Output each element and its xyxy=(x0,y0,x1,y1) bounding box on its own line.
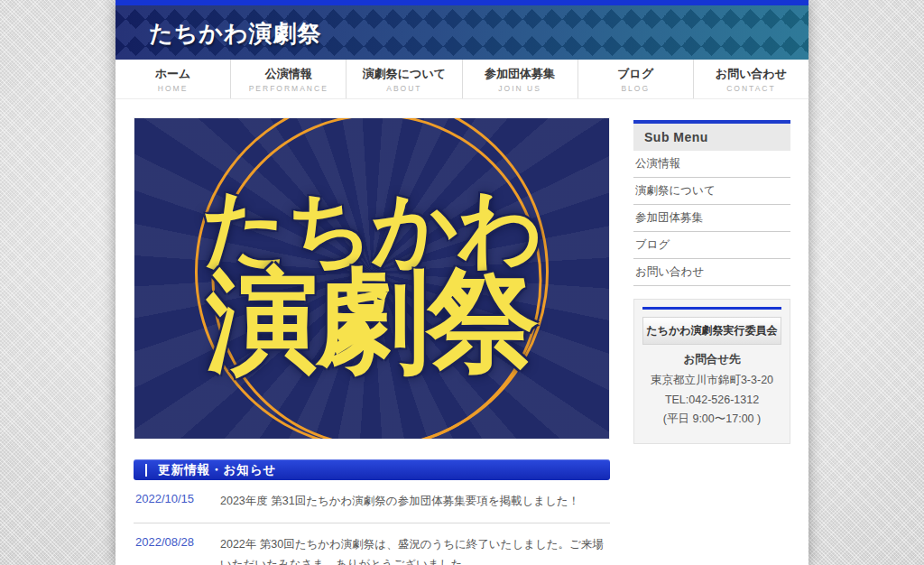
nav-label-en: HOME xyxy=(158,84,189,93)
news-section-title: 更新情報・お知らせ xyxy=(158,462,276,478)
nav-item-contact[interactable]: お問い合わせ CONTACT xyxy=(693,60,808,98)
contact-info-box: たちかわ演劇祭実行委員会 お問合せ先 東京都立川市錦町3-3-20 TEL:04… xyxy=(633,299,790,444)
nav-label-en: CONTACT xyxy=(726,84,775,93)
nav-label-en: JOIN US xyxy=(498,84,541,93)
main-nav: ホーム HOME 公演情報 PERFORMANCE 演劇祭について ABOUT … xyxy=(116,60,808,99)
submenu-item-about[interactable]: 演劇祭について xyxy=(633,178,790,205)
submenu-title: Sub Menu xyxy=(633,124,790,151)
news-date-link[interactable]: 2022/08/28 xyxy=(135,535,220,565)
nav-label-ja: 演劇祭について xyxy=(363,66,446,82)
news-item: 2022/08/28 2022年 第30回たちかわ演劇祭は、盛況のうちに終了いた… xyxy=(134,523,610,565)
nav-label-en: BLOG xyxy=(621,84,650,93)
nav-item-join-us[interactable]: 参加団体募集 JOIN US xyxy=(462,60,578,98)
nav-label-en: ABOUT xyxy=(386,84,421,93)
news-header-bar: 更新情報・お知らせ xyxy=(134,459,610,480)
nav-label-ja: ホーム xyxy=(155,66,191,82)
news-text: 2022年 第30回たちかわ演劇祭は、盛況のうちに終了いたしました。ご来場いただ… xyxy=(220,535,608,565)
submenu-item-performance[interactable]: 公演情報 xyxy=(633,151,790,178)
nav-label-ja: 公演情報 xyxy=(265,66,312,82)
contact-phone: TEL:042-526-1312 xyxy=(642,394,781,406)
sidebar: Sub Menu 公演情報 演劇祭について 参加団体募集 ブログ お問い合わせ … xyxy=(633,117,790,565)
site-title[interactable]: たちかわ演劇祭 xyxy=(149,18,321,50)
news-text: 2023年度 第31回たちかわ演劇祭の参加団体募集要項を掲載しました！ xyxy=(220,492,608,512)
page-container: たちかわ演劇祭 ホーム HOME 公演情報 PERFORMANCE 演劇祭につい… xyxy=(116,0,808,565)
nav-label-en: PERFORMANCE xyxy=(249,84,328,93)
submenu-box: Sub Menu 公演情報 演劇祭について 参加団体募集 ブログ お問い合わせ xyxy=(633,120,790,286)
submenu-item-join-us[interactable]: 参加団体募集 xyxy=(633,205,790,232)
nav-label-ja: ブログ xyxy=(617,66,653,82)
nav-item-performance[interactable]: 公演情報 PERFORMANCE xyxy=(230,60,346,98)
submenu-item-blog[interactable]: ブログ xyxy=(633,232,790,259)
news-item: 2022/10/15 2023年度 第31回たちかわ演劇祭の参加団体募集要項を掲… xyxy=(134,480,610,523)
main-column: たちかわ 演劇祭 更新情報・お知らせ 2022/10/15 2023年度 第31… xyxy=(134,117,610,565)
contact-organization: たちかわ演劇祭実行委員会 xyxy=(642,317,781,345)
nav-label-ja: 参加団体募集 xyxy=(485,66,555,82)
nav-item-blog[interactable]: ブログ BLOG xyxy=(578,60,693,98)
news-date-link[interactable]: 2022/10/15 xyxy=(135,492,220,512)
contact-label: お問合せ先 xyxy=(642,352,781,367)
submenu-list: 公演情報 演劇祭について 参加団体募集 ブログ お問い合わせ xyxy=(633,151,790,286)
nav-item-about[interactable]: 演劇祭について ABOUT xyxy=(346,60,461,98)
contact-hours: (平日 9:00〜17:00 ) xyxy=(642,412,781,427)
hero-text: たちかわ 演劇祭 xyxy=(134,118,609,439)
hero-banner[interactable]: たちかわ 演劇祭 xyxy=(134,117,610,440)
contact-accent-bar xyxy=(642,307,781,310)
submenu-item-contact[interactable]: お問い合わせ xyxy=(633,259,790,286)
hero-title-line2: 演劇祭 xyxy=(207,268,537,375)
news-accent-bar xyxy=(145,464,147,477)
site-header: たちかわ演劇祭 xyxy=(116,5,808,60)
hero-title-line1: たちかわ xyxy=(202,188,542,268)
nav-label-ja: お問い合わせ xyxy=(716,66,787,82)
nav-item-home[interactable]: ホーム HOME xyxy=(116,60,230,98)
content-area: たちかわ 演劇祭 更新情報・お知らせ 2022/10/15 2023年度 第31… xyxy=(116,99,808,565)
contact-address: 東京都立川市錦町3-3-20 xyxy=(642,373,781,388)
news-section: 更新情報・お知らせ 2022/10/15 2023年度 第31回たちかわ演劇祭の… xyxy=(134,459,610,565)
